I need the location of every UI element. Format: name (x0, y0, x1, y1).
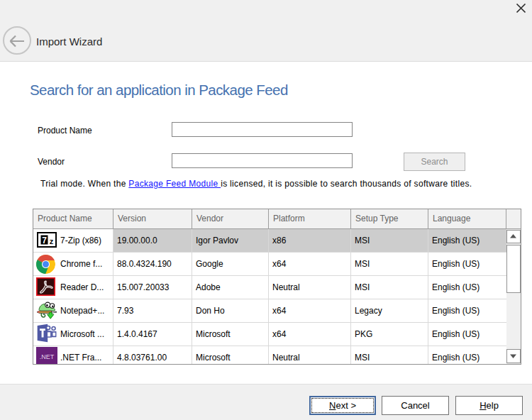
svg-text:.NET: .NET (40, 353, 55, 360)
svg-text:7: 7 (42, 236, 47, 245)
svg-text:z: z (50, 237, 54, 245)
